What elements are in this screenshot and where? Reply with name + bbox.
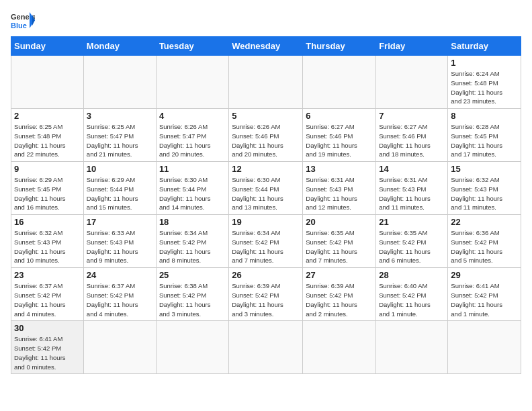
calendar-cell: 29Sunrise: 6:41 AM Sunset: 5:42 PM Dayli…	[448, 268, 521, 321]
svg-text:Blue: Blue	[11, 21, 27, 30]
logo-icon: General Blue	[11, 11, 35, 31]
calendar-cell: 28Sunrise: 6:40 AM Sunset: 5:42 PM Dayli…	[376, 268, 448, 321]
calendar-cell: 7Sunrise: 6:27 AM Sunset: 5:46 PM Daylig…	[376, 109, 448, 162]
day-number: 23	[14, 270, 81, 280]
day-number: 29	[451, 270, 518, 280]
day-number: 24	[87, 270, 153, 280]
day-number: 4	[159, 111, 226, 121]
calendar-cell: 27Sunrise: 6:39 AM Sunset: 5:42 PM Dayli…	[303, 268, 376, 321]
day-info: Sunrise: 6:35 AM Sunset: 5:42 PM Dayligh…	[306, 228, 373, 265]
week-row-3: 9Sunrise: 6:29 AM Sunset: 5:45 PM Daylig…	[11, 162, 521, 215]
day-info: Sunrise: 6:27 AM Sunset: 5:46 PM Dayligh…	[379, 122, 445, 159]
col-header-tuesday: Tuesday	[156, 37, 228, 56]
day-info: Sunrise: 6:24 AM Sunset: 5:48 PM Dayligh…	[451, 69, 518, 106]
calendar-cell: 18Sunrise: 6:34 AM Sunset: 5:42 PM Dayli…	[156, 215, 228, 268]
calendar-cell	[11, 56, 84, 109]
day-info: Sunrise: 6:30 AM Sunset: 5:44 PM Dayligh…	[159, 175, 226, 212]
day-number: 26	[232, 270, 300, 280]
calendar-cell	[229, 321, 303, 374]
day-info: Sunrise: 6:40 AM Sunset: 5:42 PM Dayligh…	[379, 281, 445, 318]
calendar-header-row: SundayMondayTuesdayWednesdayThursdayFrid…	[11, 37, 521, 56]
week-row-6: 30Sunrise: 6:41 AM Sunset: 5:42 PM Dayli…	[11, 321, 521, 374]
day-info: Sunrise: 6:25 AM Sunset: 5:47 PM Dayligh…	[87, 122, 153, 159]
day-number: 9	[14, 164, 81, 174]
day-info: Sunrise: 6:29 AM Sunset: 5:44 PM Dayligh…	[87, 175, 153, 212]
calendar-cell: 10Sunrise: 6:29 AM Sunset: 5:44 PM Dayli…	[83, 162, 156, 215]
day-number: 15	[451, 164, 518, 174]
day-info: Sunrise: 6:31 AM Sunset: 5:43 PM Dayligh…	[306, 175, 373, 212]
week-row-1: 1Sunrise: 6:24 AM Sunset: 5:48 PM Daylig…	[11, 56, 521, 109]
day-number: 25	[159, 270, 226, 280]
day-number: 20	[306, 217, 373, 227]
day-info: Sunrise: 6:39 AM Sunset: 5:42 PM Dayligh…	[232, 281, 300, 318]
day-number: 8	[451, 111, 518, 121]
calendar-cell: 20Sunrise: 6:35 AM Sunset: 5:42 PM Dayli…	[303, 215, 376, 268]
day-number: 1	[451, 58, 518, 68]
calendar-cell: 4Sunrise: 6:26 AM Sunset: 5:47 PM Daylig…	[156, 109, 228, 162]
logo: General Blue	[11, 11, 35, 31]
calendar-cell	[83, 56, 156, 109]
calendar-cell	[376, 321, 448, 374]
calendar-cell: 21Sunrise: 6:35 AM Sunset: 5:42 PM Dayli…	[376, 215, 448, 268]
day-number: 13	[306, 164, 373, 174]
day-info: Sunrise: 6:32 AM Sunset: 5:43 PM Dayligh…	[451, 175, 518, 212]
day-info: Sunrise: 6:29 AM Sunset: 5:45 PM Dayligh…	[14, 175, 81, 212]
day-info: Sunrise: 6:36 AM Sunset: 5:42 PM Dayligh…	[451, 228, 518, 265]
calendar-cell: 17Sunrise: 6:33 AM Sunset: 5:43 PM Dayli…	[83, 215, 156, 268]
day-info: Sunrise: 6:31 AM Sunset: 5:43 PM Dayligh…	[379, 175, 445, 212]
calendar-cell	[303, 321, 376, 374]
day-info: Sunrise: 6:25 AM Sunset: 5:48 PM Dayligh…	[14, 122, 81, 159]
day-number: 11	[159, 164, 226, 174]
day-number: 10	[87, 164, 153, 174]
col-header-friday: Friday	[376, 37, 448, 56]
day-info: Sunrise: 6:39 AM Sunset: 5:42 PM Dayligh…	[306, 281, 373, 318]
calendar-cell: 8Sunrise: 6:28 AM Sunset: 5:45 PM Daylig…	[448, 109, 521, 162]
day-info: Sunrise: 6:41 AM Sunset: 5:42 PM Dayligh…	[14, 334, 81, 371]
day-info: Sunrise: 6:26 AM Sunset: 5:47 PM Dayligh…	[159, 122, 226, 159]
day-number: 3	[87, 111, 153, 121]
calendar-cell	[83, 321, 156, 374]
calendar-cell: 25Sunrise: 6:38 AM Sunset: 5:42 PM Dayli…	[156, 268, 228, 321]
day-info: Sunrise: 6:41 AM Sunset: 5:42 PM Dayligh…	[451, 281, 518, 318]
day-info: Sunrise: 6:34 AM Sunset: 5:42 PM Dayligh…	[159, 228, 226, 265]
day-info: Sunrise: 6:34 AM Sunset: 5:42 PM Dayligh…	[232, 228, 300, 265]
calendar-cell: 1Sunrise: 6:24 AM Sunset: 5:48 PM Daylig…	[448, 56, 521, 109]
week-row-4: 16Sunrise: 6:32 AM Sunset: 5:43 PM Dayli…	[11, 215, 521, 268]
calendar-cell: 16Sunrise: 6:32 AM Sunset: 5:43 PM Dayli…	[11, 215, 84, 268]
day-number: 6	[306, 111, 373, 121]
day-number: 14	[379, 164, 445, 174]
day-number: 12	[232, 164, 300, 174]
day-info: Sunrise: 6:33 AM Sunset: 5:43 PM Dayligh…	[87, 228, 153, 265]
day-number: 5	[232, 111, 300, 121]
day-number: 19	[232, 217, 300, 227]
calendar-cell: 22Sunrise: 6:36 AM Sunset: 5:42 PM Dayli…	[448, 215, 521, 268]
calendar-cell: 23Sunrise: 6:37 AM Sunset: 5:42 PM Dayli…	[11, 268, 84, 321]
calendar-cell: 3Sunrise: 6:25 AM Sunset: 5:47 PM Daylig…	[83, 109, 156, 162]
day-info: Sunrise: 6:30 AM Sunset: 5:44 PM Dayligh…	[232, 175, 300, 212]
day-number: 7	[379, 111, 445, 121]
day-number: 30	[14, 323, 81, 333]
calendar-cell: 14Sunrise: 6:31 AM Sunset: 5:43 PM Dayli…	[376, 162, 448, 215]
calendar-cell	[156, 321, 228, 374]
calendar-cell: 30Sunrise: 6:41 AM Sunset: 5:42 PM Dayli…	[11, 321, 84, 374]
col-header-thursday: Thursday	[303, 37, 376, 56]
col-header-monday: Monday	[83, 37, 156, 56]
calendar-cell	[303, 56, 376, 109]
calendar-cell: 2Sunrise: 6:25 AM Sunset: 5:48 PM Daylig…	[11, 109, 84, 162]
day-info: Sunrise: 6:26 AM Sunset: 5:46 PM Dayligh…	[232, 122, 300, 159]
col-header-wednesday: Wednesday	[229, 37, 303, 56]
week-row-5: 23Sunrise: 6:37 AM Sunset: 5:42 PM Dayli…	[11, 268, 521, 321]
calendar-cell: 26Sunrise: 6:39 AM Sunset: 5:42 PM Dayli…	[229, 268, 303, 321]
day-info: Sunrise: 6:32 AM Sunset: 5:43 PM Dayligh…	[14, 228, 81, 265]
calendar-cell: 6Sunrise: 6:27 AM Sunset: 5:46 PM Daylig…	[303, 109, 376, 162]
day-number: 17	[87, 217, 153, 227]
calendar-cell: 19Sunrise: 6:34 AM Sunset: 5:42 PM Dayli…	[229, 215, 303, 268]
day-number: 28	[379, 270, 445, 280]
calendar-cell	[376, 56, 448, 109]
day-number: 2	[14, 111, 81, 121]
col-header-saturday: Saturday	[448, 37, 521, 56]
week-row-2: 2Sunrise: 6:25 AM Sunset: 5:48 PM Daylig…	[11, 109, 521, 162]
day-number: 18	[159, 217, 226, 227]
calendar-cell	[229, 56, 303, 109]
day-info: Sunrise: 6:28 AM Sunset: 5:45 PM Dayligh…	[451, 122, 518, 159]
